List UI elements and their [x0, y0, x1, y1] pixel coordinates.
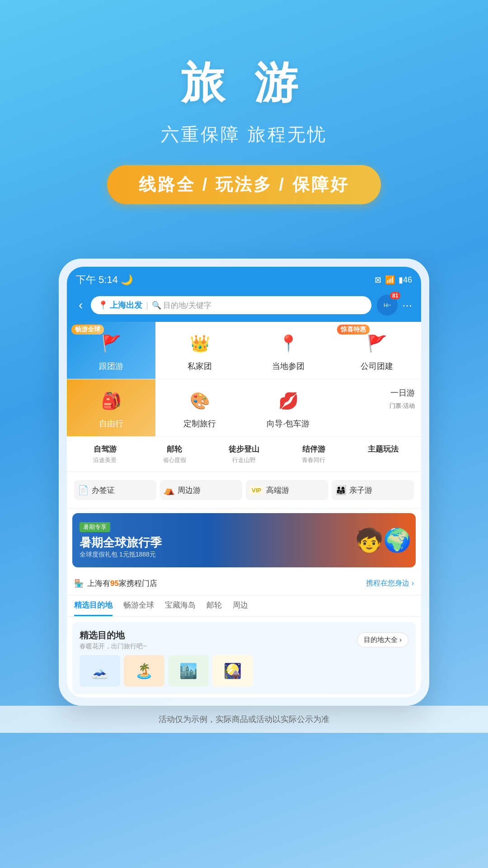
menu-row-3: 自驾游 沿途美景 邮轮 省心度假 徒步登山 行走山野 结伴游 青春同行 主题玩法	[67, 437, 421, 472]
menu-item-cruise[interactable]: 邮轮 省心度假	[141, 444, 208, 464]
custom-tour-icon: 🎨	[186, 387, 213, 415]
private-tour-icon: 👑	[186, 330, 213, 357]
local-tour-icon: 📍	[275, 330, 302, 357]
hiking-sub: 行走山野	[232, 456, 256, 464]
menu-item-guide-tour[interactable]: 💋 向导·包车游	[244, 379, 333, 436]
tab-cruise[interactable]: 邮轮	[206, 600, 222, 616]
free-tour-icon: 🎒	[98, 387, 125, 415]
day-tour-sublabel: 门票·活动	[389, 402, 415, 410]
menu-item-company-tour[interactable]: 惊喜特惠 🚩 公司团建	[333, 322, 421, 379]
phone-frame: 下午 5:14 🌙 ⊠ 📶 ▮46 ‹ 📍 上海出发 |	[59, 259, 429, 706]
moon-icon: 🌙	[121, 274, 133, 285]
hiking-main: 徒步登山	[229, 444, 259, 454]
status-icons: ⊠ 📶 ▮46	[375, 275, 412, 285]
store-link[interactable]: 携程在您身边 ›	[366, 579, 414, 588]
store-info: 🏪 上海有95家携程门店 携程在您身边 ›	[67, 572, 421, 595]
depart-city: 📍 上海出发	[98, 300, 142, 311]
menu-item-custom-tour[interactable]: 🎨 定制旅行	[155, 379, 244, 436]
search-bar[interactable]: 📍 上海出发 | 🔍 目的地/关键字	[91, 296, 371, 314]
hero-section: 旅 游 六重保障 旅程无忧 线路全 / 玩法多 / 保障好	[0, 0, 488, 231]
banner-illustration: 🧒🌍	[355, 527, 416, 553]
nav-bar: ‹ 📍 上海出发 | 🔍 目的地/关键字 Hi~ 81	[67, 290, 421, 322]
dest-thumb-1[interactable]: 🗻	[80, 655, 120, 687]
cruise-main: 邮轮	[167, 444, 182, 454]
tag-luxury[interactable]: VIP 高端游	[246, 480, 328, 500]
dest-search[interactable]: 🔍 目的地/关键字	[152, 300, 364, 311]
badge-group-tour: 畅游全球	[71, 325, 104, 335]
hi-label: Hi~	[384, 303, 391, 308]
tab-island[interactable]: 宝藏海岛	[165, 600, 196, 616]
tab-selected[interactable]: 精选目的地	[74, 600, 113, 616]
hero-subtitle: 六重保障 旅程无忧	[0, 122, 488, 147]
dest-card-subtitle: 春暖花开，出门旅行吧~	[80, 642, 146, 651]
banner-subtitle: 全球度假礼包 1元抵1888元	[80, 551, 162, 559]
dest-card-header: 精选目的地 春暖花开，出门旅行吧~ 目的地大全 ›	[80, 629, 408, 651]
family-icon: 👨‍👩‍👧	[335, 485, 347, 495]
visa-icon: 📄	[78, 485, 89, 495]
dest-all-button[interactable]: 目的地大全 ›	[357, 632, 408, 647]
tag-family[interactable]: 👨‍👩‍👧 亲子游	[332, 480, 414, 500]
theme-main: 主题玩法	[368, 444, 399, 454]
menu-item-group-tour[interactable]: 畅游全球 🚩 跟团游	[67, 322, 155, 379]
group-tour-label: 跟团游	[99, 361, 123, 372]
phone-wrapper: 下午 5:14 🌙 ⊠ 📶 ▮46 ‹ 📍 上海出发 |	[0, 259, 488, 706]
battery-icon: ▮46	[399, 275, 412, 285]
companion-sub: 青春同行	[302, 456, 325, 464]
tag-visa[interactable]: 📄 办签证	[74, 480, 156, 500]
menu-item-free-tour[interactable]: 🎒 自由行	[67, 379, 155, 436]
menu-item-companion[interactable]: 结伴游 青春同行	[280, 444, 347, 464]
location-icon: 📍	[98, 300, 108, 310]
free-tour-label: 自由行	[99, 418, 123, 429]
banner-tag: 暑期专享	[80, 522, 110, 532]
company-tour-icon: 🚩	[363, 330, 390, 357]
dest-card-title: 精选目的地	[80, 629, 146, 642]
status-bar: 下午 5:14 🌙 ⊠ 📶 ▮46	[67, 267, 421, 290]
private-tour-label: 私家团	[188, 361, 212, 372]
self-drive-main: 自驾游	[94, 444, 117, 454]
companion-main: 结伴游	[302, 444, 325, 454]
self-drive-sub: 沿途美景	[93, 456, 117, 464]
company-tour-label: 公司团建	[361, 361, 393, 372]
tab-global[interactable]: 畅游全球	[123, 600, 154, 616]
custom-tour-label: 定制旅行	[183, 418, 216, 429]
screenshot-icon: ⊠	[375, 275, 381, 285]
menu-item-theme[interactable]: 主题玩法	[350, 444, 417, 464]
menu-item-private-tour[interactable]: 👑 私家团	[155, 322, 244, 379]
day-tour-label: 一日游	[390, 387, 415, 398]
hero-title: 旅 游	[0, 54, 488, 113]
tab-nearby[interactable]: 周边	[233, 600, 248, 616]
menu-item-local-tour[interactable]: 📍 当地参团	[244, 322, 333, 379]
guide-tour-icon: 💋	[275, 387, 302, 415]
tag-nearby[interactable]: ⛺ 周边游	[160, 480, 242, 500]
dest-card: 精选目的地 春暖花开，出门旅行吧~ 目的地大全 › 🗻 🏝️ 🏙️ 🎑	[72, 622, 416, 694]
dest-thumb-3[interactable]: 🏙️	[168, 655, 209, 687]
nearby-icon: ⛺	[164, 485, 175, 495]
search-icon: 🔍	[152, 301, 161, 310]
banner-text: 暑期专享 暑期全球旅行季 全球度假礼包 1元抵1888元	[72, 516, 169, 565]
avatar-button[interactable]: Hi~ 81	[377, 295, 398, 316]
nav-actions: Hi~ 81 ···	[377, 295, 412, 316]
vip-icon: VIP	[249, 486, 263, 495]
menu-row-1: 畅游全球 🚩 跟团游 👑 私家团 📍 当地参团 惊喜特惠 🚩	[67, 322, 421, 379]
family-label: 亲子游	[349, 485, 372, 495]
hero-badge: 线路全 / 玩法多 / 保障好	[107, 165, 380, 204]
more-button[interactable]: ···	[402, 298, 412, 312]
dest-thumb-2[interactable]: 🏝️	[124, 655, 164, 687]
visa-label: 办签证	[92, 485, 115, 495]
menu-item-hiking[interactable]: 徒步登山 行走山野	[211, 444, 277, 464]
store-icon: 🏪	[74, 579, 84, 588]
back-button[interactable]: ‹	[76, 295, 85, 315]
guide-tour-label: 向导·包车游	[267, 418, 310, 429]
menu-item-self-drive[interactable]: 自驾游 沿途美景	[71, 444, 138, 464]
status-time: 下午 5:14 🌙	[76, 273, 133, 287]
nearby-label: 周边游	[178, 485, 201, 495]
promo-banner[interactable]: 暑期专享 暑期全球旅行季 全球度假礼包 1元抵1888元 🧒🌍	[72, 513, 416, 567]
local-tour-label: 当地参团	[272, 361, 305, 372]
menu-item-day-tour[interactable]: 一日游 门票·活动	[333, 379, 421, 436]
store-text: 上海有95家携程门店	[87, 578, 157, 589]
group-tour-icon: 🚩	[98, 330, 125, 357]
dest-thumb-4[interactable]: 🎑	[212, 655, 253, 687]
tags-row: 📄 办签证 ⛺ 周边游 VIP 高端游 👨‍👩‍👧 亲子游	[67, 472, 421, 509]
badge-company-tour: 惊喜特惠	[337, 325, 370, 335]
dest-card-info: 精选目的地 春暖花开，出门旅行吧~	[80, 629, 146, 651]
